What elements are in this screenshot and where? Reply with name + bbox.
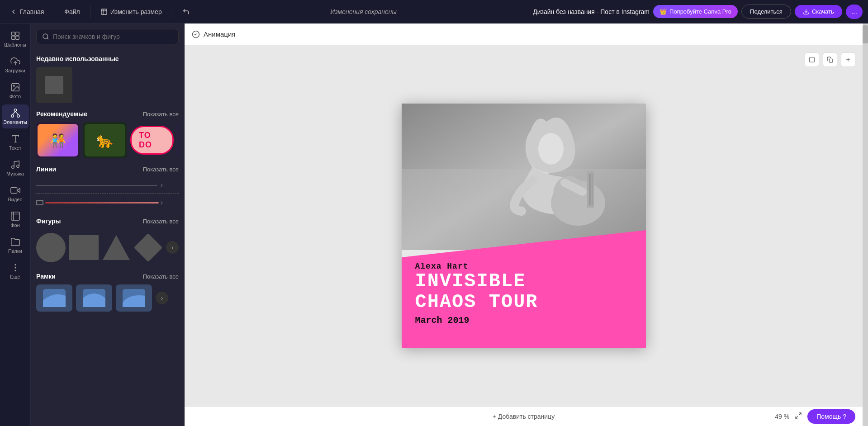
solid-line (36, 185, 157, 185)
recent-section-header: Недавно использованные (36, 55, 179, 62)
elements-panel: Недавно использованные Рекомендуемые Пок… (31, 24, 185, 426)
home-button[interactable]: Главная (5, 5, 48, 18)
shapes-show-all[interactable]: Показать все (143, 218, 179, 225)
share-button[interactable]: Поделиться (741, 5, 791, 19)
recommended-title: Рекомендуемые (36, 110, 87, 118)
search-input[interactable] (53, 33, 173, 40)
svg-rect-26 (45, 76, 63, 94)
panel-search-area (31, 24, 184, 48)
sidebar-item-templates[interactable]: Шаблоны (2, 27, 29, 51)
svg-rect-19 (10, 188, 17, 194)
download-button[interactable]: Скачать (795, 5, 842, 18)
sidebar-item-video[interactable]: Видео (2, 182, 29, 206)
help-label: Помощь ? (816, 413, 846, 420)
dashed-line (36, 194, 179, 194)
divider-3 (172, 5, 172, 18)
help-button[interactable]: Помощь ? (807, 409, 855, 424)
animation-label: Анимация (204, 30, 235, 38)
design-text-block: Alexa Hart INVISIBLE CHAOS TOUR March 20… (415, 262, 637, 326)
sidebar-label-elements: Элементы (3, 119, 27, 125)
svg-point-11 (17, 115, 19, 117)
file-button[interactable]: Файл (60, 5, 84, 18)
recommended-item-3[interactable]: 🧙 (177, 122, 179, 158)
sidebar-item-more[interactable]: Ещё (2, 259, 29, 283)
zoom-controls: 49 % Помощь ? (775, 409, 855, 424)
sidebar-item-photos[interactable]: Фото (2, 79, 29, 103)
shapes-next-button[interactable]: › (166, 241, 179, 254)
share-label: Поделиться (750, 8, 783, 15)
animation-button[interactable]: Анимация (192, 30, 235, 38)
frame-shape-0 (43, 289, 66, 307)
lines-show-all[interactable]: Показать все (143, 166, 179, 173)
line-item-dashed[interactable] (36, 194, 179, 194)
canvas-area: Анимация (185, 24, 863, 426)
recommended-item-2[interactable]: TO DO (130, 122, 174, 158)
frame-item-0[interactable] (36, 284, 72, 312)
frame-item-2[interactable] (116, 284, 152, 312)
sidebar-item-background[interactable]: Фон (2, 208, 29, 232)
shape-item-diamond[interactable] (134, 229, 163, 265)
sidebar-item-uploads[interactable]: Загрузки (2, 53, 29, 77)
doc-title: Дизайн без названия - Пост в Instagram (533, 8, 650, 15)
resize-button[interactable]: Изменить размер (96, 5, 166, 18)
sidebar-label-music: Музыка (6, 171, 24, 176)
recent-item[interactable] (36, 67, 72, 103)
sidebar-icons: Шаблоны Загрузки Фото (0, 24, 31, 426)
svg-point-17 (16, 165, 19, 168)
canvas-bottom: + Добавить страницу 49 % Помощь ? (185, 406, 863, 426)
sidebar-item-folders[interactable]: Папки (2, 233, 29, 257)
frames-show-all[interactable]: Показать все (143, 273, 179, 280)
shapes-section-header: Фигуры Показать все (36, 218, 179, 225)
svg-point-8 (13, 85, 14, 86)
line-item-solid[interactable]: › (36, 181, 179, 189)
svg-marker-18 (17, 188, 19, 192)
animation-icon (192, 30, 200, 38)
more-button[interactable]: ... (846, 5, 863, 19)
frame-item-1[interactable] (76, 284, 112, 312)
add-page-button[interactable]: + Добавить страницу (493, 413, 555, 420)
svg-point-16 (11, 166, 14, 169)
sidebar-item-text[interactable]: Текст (2, 130, 29, 154)
svg-line-46 (799, 413, 802, 415)
recommended-section-header: Рекомендуемые Показать все (36, 110, 179, 118)
zoom-expand-icon[interactable] (795, 412, 802, 421)
svg-rect-5 (15, 36, 19, 39)
canvas-tool-add[interactable] (841, 52, 855, 67)
svg-rect-3 (15, 32, 19, 35)
shape-item-circle[interactable] (36, 229, 66, 265)
frames-next-button[interactable]: › (156, 292, 168, 304)
svg-point-23 (15, 270, 16, 271)
recommended-item-1[interactable]: 🐆 (83, 122, 127, 158)
design-title: INVISIBLE CHAOS TOUR (415, 271, 637, 312)
recent-item-shape (45, 76, 63, 94)
recommended-show-all[interactable]: Показать все (143, 111, 179, 118)
right-scrollbar[interactable] (863, 24, 868, 426)
file-label: Файл (64, 8, 80, 15)
canvas-tools (805, 52, 855, 67)
design-title-line1: INVISIBLE (415, 270, 526, 292)
sidebar-item-elements[interactable]: Элементы (2, 104, 29, 128)
canvas-toolbar: Анимация (185, 24, 863, 45)
canvas-tool-copy[interactable] (823, 52, 837, 67)
sticker-todo: TO DO (130, 126, 174, 155)
download-label: Скачать (812, 8, 834, 15)
line-item-colored[interactable]: › (36, 199, 179, 207)
design-card[interactable]: Alexa Hart INVISIBLE CHAOS TOUR March 20… (402, 104, 646, 348)
recommended-item-0[interactable]: 🧑‍🤝‍🧑 (36, 122, 80, 158)
canvas-tool-frame[interactable] (805, 52, 819, 67)
sidebar-item-music[interactable]: Музыка (2, 156, 29, 180)
recommended-grid: 🧑‍🤝‍🧑 🐆 TO DO 🧙 › (36, 122, 179, 158)
sidebar-label-folders: Папки (8, 248, 22, 254)
shape-item-triangle[interactable] (102, 229, 131, 265)
frames-grid: › (36, 284, 179, 312)
search-box[interactable] (36, 29, 179, 44)
frame-shape-1 (83, 289, 105, 307)
line-box (36, 200, 43, 205)
shape-item-rect[interactable] (69, 229, 99, 265)
design-pink-section: Alexa Hart INVISIBLE CHAOS TOUR March 20… (402, 230, 646, 348)
try-pro-button[interactable]: 👑 Попробуйте Canva Pro (653, 5, 738, 18)
design-title-line2: CHAOS TOUR (415, 291, 538, 313)
scroll-thumb[interactable] (863, 25, 868, 43)
canvas-container[interactable]: Alexa Hart INVISIBLE CHAOS TOUR March 20… (185, 45, 863, 406)
undo-button[interactable] (178, 5, 194, 18)
